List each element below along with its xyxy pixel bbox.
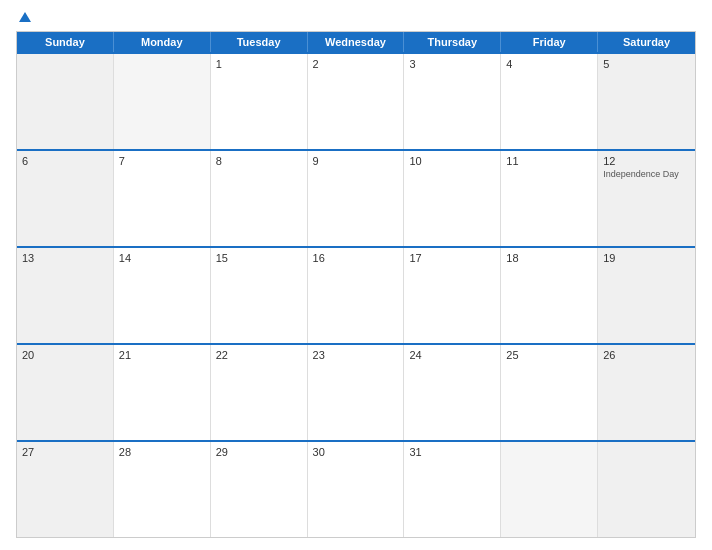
day-num-20: 20 xyxy=(22,349,34,361)
event-label-12: Independence Day xyxy=(603,169,690,180)
week-row-3: 13141516171819 xyxy=(17,246,695,343)
day-cell-4-6 xyxy=(598,442,695,537)
day-cell-3-3: 23 xyxy=(308,345,405,440)
day-num-26: 26 xyxy=(603,349,615,361)
day-num-31: 31 xyxy=(409,446,421,458)
header-wednesday: Wednesday xyxy=(308,32,405,52)
day-cell-1-1: 7 xyxy=(114,151,211,246)
day-num-3: 3 xyxy=(409,58,415,70)
weeks: 123456789101112Independence Day131415161… xyxy=(17,52,695,537)
day-cell-3-2: 22 xyxy=(211,345,308,440)
day-num-4: 4 xyxy=(506,58,512,70)
day-cell-2-2: 15 xyxy=(211,248,308,343)
day-cell-2-6: 19 xyxy=(598,248,695,343)
day-cell-3-5: 25 xyxy=(501,345,598,440)
day-cell-4-3: 30 xyxy=(308,442,405,537)
day-num-19: 19 xyxy=(603,252,615,264)
day-num-30: 30 xyxy=(313,446,325,458)
day-num-1: 1 xyxy=(216,58,222,70)
day-cell-2-5: 18 xyxy=(501,248,598,343)
header-saturday: Saturday xyxy=(598,32,695,52)
day-num-17: 17 xyxy=(409,252,421,264)
day-cell-0-4: 3 xyxy=(404,54,501,149)
day-cell-2-4: 17 xyxy=(404,248,501,343)
day-cell-0-3: 2 xyxy=(308,54,405,149)
day-num-11: 11 xyxy=(506,155,518,167)
day-num-14: 14 xyxy=(119,252,131,264)
day-num-16: 16 xyxy=(313,252,325,264)
day-num-22: 22 xyxy=(216,349,228,361)
day-cell-2-1: 14 xyxy=(114,248,211,343)
week-row-2: 6789101112Independence Day xyxy=(17,149,695,246)
header xyxy=(16,12,696,23)
day-cell-2-0: 13 xyxy=(17,248,114,343)
day-num-9: 9 xyxy=(313,155,319,167)
day-cell-1-4: 10 xyxy=(404,151,501,246)
day-cell-4-4: 31 xyxy=(404,442,501,537)
day-cell-3-4: 24 xyxy=(404,345,501,440)
day-num-8: 8 xyxy=(216,155,222,167)
day-num-25: 25 xyxy=(506,349,518,361)
header-friday: Friday xyxy=(501,32,598,52)
day-num-6: 6 xyxy=(22,155,28,167)
day-cell-0-0 xyxy=(17,54,114,149)
day-cell-1-6: 12Independence Day xyxy=(598,151,695,246)
day-num-24: 24 xyxy=(409,349,421,361)
day-num-29: 29 xyxy=(216,446,228,458)
week-row-4: 20212223242526 xyxy=(17,343,695,440)
day-cell-4-0: 27 xyxy=(17,442,114,537)
day-num-27: 27 xyxy=(22,446,34,458)
day-headers: Sunday Monday Tuesday Wednesday Thursday… xyxy=(17,32,695,52)
logo-triangle-icon xyxy=(19,12,31,22)
day-cell-0-5: 4 xyxy=(501,54,598,149)
logo xyxy=(16,12,31,23)
day-cell-1-3: 9 xyxy=(308,151,405,246)
day-num-18: 18 xyxy=(506,252,518,264)
day-cell-0-1 xyxy=(114,54,211,149)
day-num-5: 5 xyxy=(603,58,609,70)
header-tuesday: Tuesday xyxy=(211,32,308,52)
day-num-15: 15 xyxy=(216,252,228,264)
day-cell-1-5: 11 xyxy=(501,151,598,246)
day-num-23: 23 xyxy=(313,349,325,361)
day-num-28: 28 xyxy=(119,446,131,458)
header-thursday: Thursday xyxy=(404,32,501,52)
day-num-12: 12 xyxy=(603,155,615,167)
day-cell-1-0: 6 xyxy=(17,151,114,246)
logo-blue-row xyxy=(16,12,31,23)
day-cell-4-5 xyxy=(501,442,598,537)
calendar-grid: Sunday Monday Tuesday Wednesday Thursday… xyxy=(16,31,696,538)
calendar-page: Sunday Monday Tuesday Wednesday Thursday… xyxy=(0,0,712,550)
day-num-21: 21 xyxy=(119,349,131,361)
day-num-7: 7 xyxy=(119,155,125,167)
day-cell-0-6: 5 xyxy=(598,54,695,149)
day-cell-3-0: 20 xyxy=(17,345,114,440)
header-sunday: Sunday xyxy=(17,32,114,52)
day-num-2: 2 xyxy=(313,58,319,70)
header-monday: Monday xyxy=(114,32,211,52)
day-cell-3-1: 21 xyxy=(114,345,211,440)
day-cell-3-6: 26 xyxy=(598,345,695,440)
week-row-5: 2728293031 xyxy=(17,440,695,537)
day-num-13: 13 xyxy=(22,252,34,264)
day-cell-0-2: 1 xyxy=(211,54,308,149)
day-num-10: 10 xyxy=(409,155,421,167)
day-cell-2-3: 16 xyxy=(308,248,405,343)
day-cell-4-1: 28 xyxy=(114,442,211,537)
week-row-1: 12345 xyxy=(17,52,695,149)
day-cell-4-2: 29 xyxy=(211,442,308,537)
day-cell-1-2: 8 xyxy=(211,151,308,246)
